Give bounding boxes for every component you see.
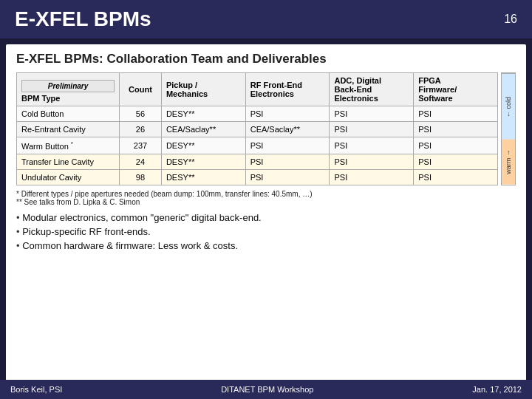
col-bpmtype: BPM Type [21, 94, 115, 103]
cold-warm-indicator: ← cold warm → [501, 72, 516, 185]
cell-adc: PSI [330, 137, 414, 154]
cell-fpga: PSI [414, 137, 498, 154]
cell-pickup: CEA/Saclay** [161, 122, 245, 137]
cell-adc: PSI [330, 169, 414, 185]
cell-rf: PSI [245, 169, 330, 185]
cell-pickup: DESY** [161, 154, 245, 169]
col-fpga-header: FPGAFirmware/Software [414, 73, 498, 106]
table-row: Warm Button * 237 DESY** PSI PSI PSI [17, 137, 498, 154]
bullet-item: Common hardware & firmware: Less work & … [16, 240, 516, 251]
cell-count: 237 [120, 137, 162, 154]
cell-adc: PSI [330, 106, 414, 122]
col-count-header: Count [120, 73, 162, 106]
slide-footer: Boris Keil, PSI DITANET BPM Workshop Jan… [0, 380, 532, 399]
col-rf-header: RF Front-EndElectronics [245, 73, 330, 106]
cell-pickup: DESY** [161, 137, 245, 154]
cell-rf: CEA/Saclay** [245, 122, 330, 137]
slide-header: E-XFEL BPMs 16 [0, 0, 532, 38]
cell-bpmtype: Re-Entrant Cavity [17, 122, 120, 137]
table-row: Re-Entrant Cavity 26 CEA/Saclay** CEA/Sa… [17, 122, 498, 137]
cell-pickup: DESY** [161, 106, 245, 122]
slide-title: E-XFEL BPMs [15, 7, 151, 31]
cell-bpmtype: Cold Button [17, 106, 120, 122]
cell-fpga: PSI [414, 122, 498, 137]
footer-center: DITANET BPM Workshop [221, 385, 313, 394]
cell-adc: PSI [330, 154, 414, 169]
section-title: E-XFEL BPMs: Collaboration Team and Deli… [16, 52, 516, 66]
cell-bpmtype: Undulator Cavity [17, 169, 120, 185]
preliminary-label: Preliminary [21, 80, 115, 92]
table-row: Transfer Line Cavity 24 DESY** PSI PSI P… [17, 154, 498, 169]
slide-number: 16 [504, 13, 517, 26]
footnote-doublestar: ** See talks from D. Lipka & C. Simon [16, 198, 516, 206]
bullet-item: Pickup-specific RF front-ends. [16, 226, 516, 237]
cell-fpga: PSI [414, 106, 498, 122]
footer-left: Boris Keil, PSI [10, 385, 62, 394]
cell-count: 56 [120, 106, 162, 122]
cell-pickup: DESY** [161, 169, 245, 185]
bullet-item: Modular electronics, common "generic" di… [16, 212, 516, 223]
cell-fpga: PSI [414, 169, 498, 185]
warm-label: warm → [502, 140, 515, 185]
cell-count: 24 [120, 154, 162, 169]
col-adc-header: ADC, DigitalBack-EndElectronics [330, 73, 414, 106]
bullet-list: Modular electronics, common "generic" di… [16, 212, 516, 251]
table-row: Cold Button 56 DESY** PSI PSI PSI [17, 106, 498, 122]
cell-rf: PSI [245, 137, 330, 154]
table-row: Undulator Cavity 98 DESY** PSI PSI PSI [17, 169, 498, 185]
cell-bpmtype: Transfer Line Cavity [17, 154, 120, 169]
cold-label: ← cold [502, 73, 515, 140]
cell-adc: PSI [330, 122, 414, 137]
cell-rf: PSI [245, 106, 330, 122]
cell-count: 26 [120, 122, 162, 137]
content-area: E-XFEL BPMs: Collaboration Team and Deli… [6, 44, 526, 392]
footnotes: * Different types / pipe apertures neede… [16, 190, 516, 206]
slide: E-XFEL BPMs 16 E-XFEL BPMs: Collaboratio… [0, 0, 532, 399]
col-pickup-header: Pickup /Mechanics [161, 73, 245, 106]
cell-rf: PSI [245, 154, 330, 169]
footer-right: Jan. 17, 2012 [472, 385, 522, 394]
cell-bpmtype: Warm Button * [17, 137, 120, 154]
cell-count: 98 [120, 169, 162, 185]
footnote-star: * Different types / pipe apertures neede… [16, 190, 516, 198]
cell-fpga: PSI [414, 154, 498, 169]
